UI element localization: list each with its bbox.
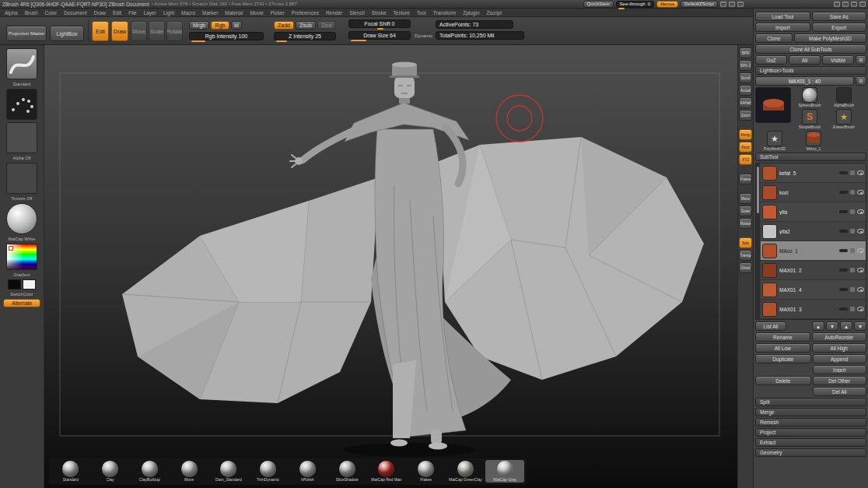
menu-preferences[interactable]: Preferences [292,10,319,16]
xyz-sym-button[interactable]: XYZ [739,154,752,165]
lightbox-button[interactable]: LightBox [50,26,84,41]
subtool-row-selected[interactable]: MAco_1 [761,241,866,261]
m-button[interactable]: M [231,21,242,30]
goz-all-button[interactable]: All [789,55,821,65]
solo-button[interactable]: Solo [739,237,752,248]
mrgb-button[interactable]: Mrgb [189,21,209,30]
polypaint-icon[interactable] [850,268,855,272]
floor-button[interactable]: Floor [739,142,752,153]
subtool-slider[interactable] [839,269,848,272]
menu-render[interactable]: Render [326,10,342,16]
default-zscript-button[interactable]: DefaultZScript [681,1,718,8]
scale-mode-button[interactable]: Scale [149,21,165,41]
polypaint-icon[interactable] [850,190,855,195]
tray-item-flakes[interactable]: Flakes [407,460,446,483]
subtool-row[interactable]: MAX01_2 [761,261,866,280]
active-tool-thumbnail[interactable] [755,87,791,123]
current-stroke-thumbnail[interactable] [6,89,37,120]
subtool-slider[interactable] [839,210,848,213]
load-tool-button[interactable]: Load Tool [755,12,810,21]
tool-slot-maco1[interactable]: MAco_1 [797,131,830,151]
subtool-slider[interactable] [839,288,848,291]
tray-item-matcap-greenclay[interactable]: MatCap GreenClay [446,460,485,483]
del-all-button[interactable]: Del All [813,387,867,396]
zcut-button[interactable]: Zcut [317,21,336,30]
menu-zscript[interactable]: Zscript [487,10,502,16]
subtool-row[interactable]: yifa [761,202,866,222]
polypaint-icon[interactable] [850,209,855,214]
subtool-row[interactable]: yifa2 [761,222,866,241]
quicksave-button[interactable]: QuickSave [583,1,614,8]
tool-slot-alphabrush[interactable]: AlphaBrush [828,87,860,107]
delete-button[interactable]: Delete [755,376,811,385]
menu-file[interactable]: File [128,10,136,16]
see-through-slider[interactable]: See-through 0 [616,1,654,8]
menu-macro[interactable]: Macro [181,10,195,16]
rotate-mode-button[interactable]: Rotate [166,21,183,41]
persp-button[interactable]: Persp [739,129,752,140]
del-other-button[interactable]: Del Other [813,376,867,385]
menu-texture[interactable]: Texture [394,10,410,16]
rgb-intensity-slider[interactable]: Rgb Intensity 100 [189,32,264,40]
rename-button[interactable]: Rename [755,332,810,342]
draw-size-slider[interactable]: Draw Size 64 [348,31,411,40]
scroll-button[interactable]: Scroll [739,72,752,83]
goz-button[interactable]: GoZ [755,55,787,65]
tray-item-matcap-gray[interactable]: MatCap Gray [485,460,524,483]
polypaint-icon[interactable] [850,170,855,175]
move-mode-button[interactable]: Move [131,21,147,41]
frame-button[interactable]: Frame [739,174,752,184]
tray-item-claybuildup[interactable]: ClayBuildup [131,460,170,483]
split-section-header[interactable]: Split [755,398,866,406]
append-button[interactable]: Append [813,354,867,363]
menu-tool[interactable]: Tool [417,10,426,16]
current-brush-thumbnail[interactable] [6,48,37,79]
menu-material[interactable]: Material [225,10,243,16]
polypaint-icon[interactable] [850,229,855,233]
move-up-button[interactable]: ▲ [840,321,852,331]
layout-icon[interactable] [720,2,726,7]
focal-shift-slider[interactable]: Focal Shift 0 [348,19,411,28]
visibility-eye-icon[interactable] [857,307,864,311]
subtool-slider[interactable] [839,307,848,311]
tool-slot-simplebrush[interactable]: S SimpleBrush [793,109,826,129]
current-texture-thumbnail[interactable] [6,163,37,194]
projection-master-button[interactable]: Projection Master [6,26,47,41]
actual-size-button[interactable]: Actual [739,85,752,96]
menu-marker[interactable]: Marker [202,10,218,16]
restore-config-button[interactable]: R [856,55,866,65]
tray-item-clay[interactable]: Clay [91,460,130,483]
polypaint-icon[interactable] [850,307,855,311]
goz-visible-button[interactable]: Visible [822,55,854,65]
project-section-header[interactable]: Project [755,428,866,437]
lightbox-tools-bar[interactable]: Lightbox>Tools [755,66,866,75]
polypaint-icon[interactable] [850,287,855,292]
zsub-button[interactable]: Zsub [296,21,316,30]
secondary-color-swatch[interactable] [23,279,36,290]
menu-alpha[interactable]: Alpha [5,10,18,16]
tray-item-trimdynamic[interactable]: TrimDynamic [249,460,288,483]
menu-stroke[interactable]: Stroke [372,10,387,16]
all-low-button[interactable]: All Low [755,343,810,353]
menu-layer[interactable]: Layer [144,10,156,16]
divider-left-icon[interactable] [729,2,735,7]
save-as-button[interactable]: Save As [812,12,867,21]
ghost-button[interactable]: Ghost [739,262,752,273]
bpr-render-button[interactable]: BPR [739,47,752,58]
tray-item-matcap-red-wax[interactable]: MatCap Red Wax [367,460,406,483]
divider-right-icon[interactable] [737,2,744,7]
subtool-slider[interactable] [839,230,848,233]
visibility-eye-icon[interactable] [857,268,864,272]
menu-movie[interactable]: Movie [250,10,263,16]
panel-grid-icon[interactable] [842,2,849,7]
visibility-eye-icon[interactable] [857,229,864,233]
zadd-button[interactable]: Zadd [274,21,294,30]
polypaint-icon[interactable] [850,248,855,253]
visibility-eye-icon[interactable] [857,287,864,292]
move-3d-button[interactable]: Move [739,193,752,204]
export-button[interactable]: Export [812,23,867,32]
all-high-button[interactable]: All High [812,343,867,353]
menu-transform[interactable]: Transform [433,10,456,16]
tool-r-button[interactable]: R [856,76,866,86]
dynamic-toggle[interactable]: Dynamic [415,33,432,38]
